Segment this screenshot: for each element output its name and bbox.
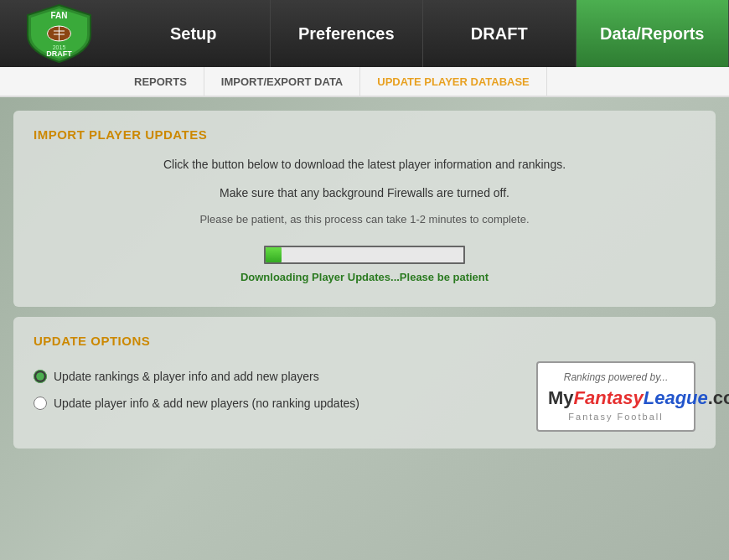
progress-bar [264, 246, 465, 264]
update-options-card: UPDATE OPTIONS Update rankings & player … [13, 317, 716, 449]
option-label-1: Update rankings & player info and add ne… [54, 370, 319, 383]
app-logo: FAN 2015 DRAFT [0, 0, 117, 67]
option-radio-2[interactable] [34, 397, 47, 410]
top-nav: FAN 2015 DRAFT Setup Preferences DRAFT D… [0, 0, 729, 67]
sponsor-com: .com [708, 387, 729, 408]
option-label-2: Update player info & add new players (no… [54, 397, 359, 410]
sponsor-box: Rankings powered by... MyFantasyLeague.c… [536, 361, 695, 432]
nav-draft[interactable]: DRAFT [423, 0, 576, 67]
option-item-2: Update player info & add new players (no… [34, 397, 520, 410]
main-nav: Setup Preferences DRAFT Data/Reports [117, 0, 729, 67]
sub-nav-import-export[interactable]: IMPORT/EXPORT DATA [204, 67, 360, 96]
progress-label: Downloading Player Updates...Please be p… [240, 271, 489, 283]
option-item-1: Update rankings & player info and add ne… [34, 370, 520, 383]
sponsor-my: My [548, 387, 574, 408]
nav-data-reports[interactable]: Data/Reports [576, 0, 730, 67]
import-card: IMPORT PLAYER UPDATES Click the button b… [13, 111, 716, 307]
sponsor-league: League [644, 387, 708, 408]
progress-bar-fill [266, 247, 282, 262]
sub-nav-update-player-db[interactable]: UPDATE PLAYER DATABASE [360, 67, 547, 96]
sub-nav-reports[interactable]: REPORTS [117, 67, 204, 96]
sponsor-sub-label: Fantasy Football [548, 412, 684, 422]
import-card-title: IMPORT PLAYER UPDATES [34, 127, 695, 142]
nav-setup[interactable]: Setup [117, 0, 271, 67]
sub-nav: REPORTS IMPORT/EXPORT DATA UPDATE PLAYER… [0, 67, 729, 97]
main-content: IMPORT PLAYER UPDATES Click the button b… [0, 97, 729, 462]
update-options-title: UPDATE OPTIONS [34, 334, 695, 348]
sponsor-powered-text: Rankings powered by... [548, 371, 684, 383]
sponsor-fantasy: Fantasy [574, 387, 644, 408]
svg-text:DRAFT: DRAFT [46, 49, 72, 58]
option-radio-1[interactable] [34, 370, 47, 383]
svg-text:FAN: FAN [50, 11, 67, 20]
options-list: Update rankings & player info and add ne… [34, 370, 520, 423]
import-description-line2: Make sure that any background Firewalls … [34, 184, 695, 202]
update-options-row: Update rankings & player info and add ne… [34, 361, 695, 432]
import-description-line1: Click the button below to download the l… [34, 155, 695, 174]
import-patience-text: Please be patient, as this process can t… [34, 213, 695, 226]
progress-section: Downloading Player Updates...Please be p… [34, 246, 695, 283]
nav-preferences[interactable]: Preferences [271, 0, 424, 67]
sponsor-logo: MyFantasyLeague.com [548, 388, 684, 408]
